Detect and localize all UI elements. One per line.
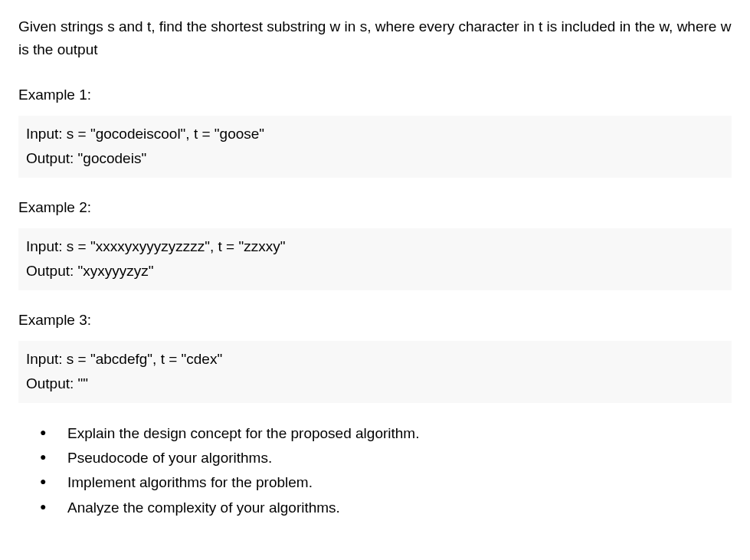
example-1: Example 1: Input: s = "gocodeiscool", t … bbox=[18, 84, 732, 178]
example-1-block: Input: s = "gocodeiscool", t = "goose" O… bbox=[18, 116, 732, 178]
example-2-block: Input: s = "xxxxyxyyyzyzzzz", t = "zzxxy… bbox=[18, 228, 732, 290]
task-item: Implement algorithms for the problem. bbox=[49, 470, 732, 495]
example-2-input: Input: s = "xxxxyxyyyzyzzzz", t = "zzxxy… bbox=[26, 234, 724, 259]
task-item-text: Implement algorithms for the problem. bbox=[67, 474, 313, 490]
task-list: Explain the design concept for the propo… bbox=[18, 421, 732, 520]
example-2: Example 2: Input: s = "xxxxyxyyyzyzzzz",… bbox=[18, 196, 732, 290]
task-item: Analyze the complexity of your algorithm… bbox=[49, 496, 732, 520]
task-item: Explain the design concept for the propo… bbox=[49, 421, 732, 446]
task-item-text: Pseudocode of your algorithms. bbox=[67, 450, 272, 466]
task-item-text: Analyze the complexity of your algorithm… bbox=[67, 499, 340, 516]
task-item: Pseudocode of your algorithms. bbox=[49, 446, 732, 470]
problem-text: Given strings s and t, find the shortest… bbox=[18, 18, 731, 57]
example-2-output: Output: "xyxyyyzyz" bbox=[26, 259, 724, 283]
example-3-input: Input: s = "abcdefg", t = "cdex" bbox=[26, 347, 724, 372]
problem-statement: Given strings s and t, find the shortest… bbox=[18, 15, 732, 62]
example-3-title: Example 3: bbox=[18, 309, 732, 332]
task-item-text: Explain the design concept for the propo… bbox=[67, 425, 419, 441]
example-3: Example 3: Input: s = "abcdefg", t = "cd… bbox=[18, 309, 732, 403]
example-1-input: Input: s = "gocodeiscool", t = "goose" bbox=[26, 122, 724, 146]
example-2-title: Example 2: bbox=[18, 196, 732, 219]
example-3-output: Output: "" bbox=[26, 372, 724, 396]
example-1-output: Output: "gocodeis" bbox=[26, 146, 724, 171]
example-1-title: Example 1: bbox=[18, 84, 732, 106]
example-3-block: Input: s = "abcdefg", t = "cdex" Output:… bbox=[18, 341, 732, 403]
